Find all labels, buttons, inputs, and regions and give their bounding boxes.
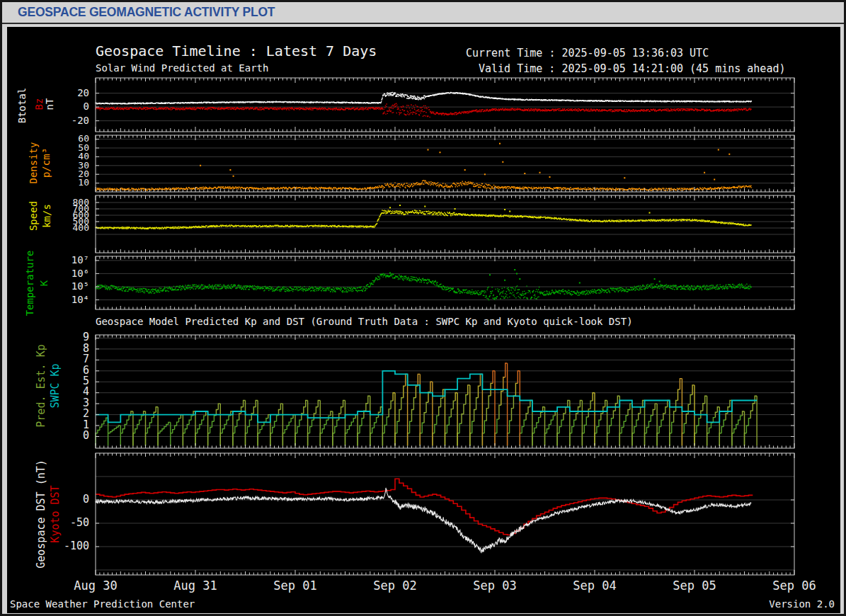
x-tick-label: Aug 30	[64, 578, 127, 593]
y-tick-label: 0	[0, 101, 89, 111]
chart-title: Geospace Timeline : Latest 7 Days	[96, 42, 377, 59]
x-tick-label: Sep 01	[263, 578, 327, 593]
valid-time-label: Valid Time : 2025-09-05 14:21:00 (45 min…	[479, 62, 785, 75]
y-tick-label: 5	[0, 376, 89, 387]
y-tick-label: 7	[0, 354, 89, 365]
y-tick-label: 10⁶	[0, 268, 89, 278]
x-tick-label: Sep 06	[762, 578, 826, 593]
y-tick-label: -50	[0, 518, 89, 528]
y-tick-label: 0	[0, 430, 89, 441]
y-tick-label: 30	[0, 161, 89, 170]
y-tick-label: 40	[0, 152, 89, 161]
y-tick-label: 2	[0, 409, 89, 419]
x-tick-label: Sep 04	[563, 578, 627, 593]
y-tick-label: 3	[0, 398, 89, 409]
current-time-label: Current Time : 2025-09-05 13:36:03 UTC	[466, 47, 709, 59]
y-tick-label: 10⁷	[0, 255, 89, 265]
axis-label-geospace-dst: Geospace DST (nT)	[35, 460, 47, 569]
chart-subtitle: Solar Wind Predicted at Earth	[96, 62, 268, 74]
y-tick-label: 4	[0, 387, 89, 397]
x-tick-label: Sep 05	[663, 578, 726, 593]
y-tick-label: 10⁴	[0, 295, 89, 304]
y-tick-label: 1	[0, 420, 89, 430]
x-tick-label: Sep 02	[363, 578, 427, 593]
y-tick-label: -100	[0, 541, 89, 552]
y-tick-label: 20	[0, 169, 89, 178]
header-divider	[0, 23, 846, 24]
x-tick-label: Aug 31	[164, 578, 227, 593]
y-tick-label: 60	[0, 134, 89, 143]
y-tick-label: 9	[0, 332, 89, 343]
footer-source: Space Weather Prediction Center	[10, 598, 195, 610]
y-tick-label: 8	[0, 343, 89, 354]
page: GEOSPACE GEOMAGNETIC ACTIVITY PLOT Geosp…	[0, 0, 846, 616]
section2-title: Geospace Model Predicted Kp and DST (Gro…	[96, 316, 633, 327]
y-tick-label: 20	[0, 88, 89, 98]
y-tick-label: 400	[0, 223, 89, 232]
x-tick-label: Sep 03	[463, 578, 527, 593]
y-tick-label: 6	[0, 365, 89, 376]
y-tick-label: -20	[0, 115, 89, 125]
footer-version: Version 2.0	[769, 598, 835, 610]
y-tick-label: 0	[0, 494, 89, 505]
y-tick-label: 10⁵	[0, 281, 89, 291]
page-title: GEOSPACE GEOMAGNETIC ACTIVITY PLOT	[18, 5, 275, 20]
y-tick-label: 10	[0, 178, 89, 187]
y-tick-label: 50	[0, 143, 89, 152]
